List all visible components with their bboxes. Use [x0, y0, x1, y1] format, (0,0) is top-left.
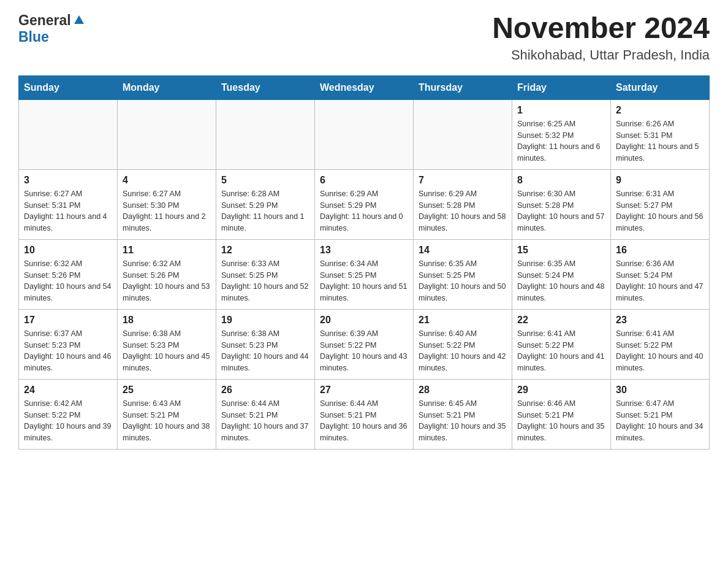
- day-number: 19: [221, 315, 309, 326]
- page-header: General Blue November 2024 Shikohabad, U…: [18, 12, 710, 63]
- day-number: 2: [616, 105, 704, 116]
- calendar-cell: [118, 99, 216, 169]
- calendar-cell: 21Sunrise: 6:40 AM Sunset: 5:22 PM Dayli…: [414, 309, 512, 379]
- calendar-cell: 12Sunrise: 6:33 AM Sunset: 5:25 PM Dayli…: [216, 239, 315, 309]
- calendar-cell: 30Sunrise: 6:47 AM Sunset: 5:21 PM Dayli…: [611, 379, 710, 449]
- day-number: 12: [221, 245, 309, 256]
- calendar-cell: 18Sunrise: 6:38 AM Sunset: 5:23 PM Dayli…: [118, 309, 216, 379]
- sun-info: Sunrise: 6:35 AM Sunset: 5:24 PM Dayligh…: [517, 258, 605, 304]
- day-number: 13: [320, 245, 408, 256]
- header-tuesday: Tuesday: [216, 75, 315, 99]
- logo-general-text: General: [18, 12, 71, 29]
- calendar-cell: 14Sunrise: 6:35 AM Sunset: 5:25 PM Dayli…: [414, 239, 512, 309]
- header-wednesday: Wednesday: [315, 75, 414, 99]
- day-number: 17: [24, 315, 112, 326]
- day-number: 6: [320, 175, 408, 186]
- calendar-cell: 26Sunrise: 6:44 AM Sunset: 5:21 PM Dayli…: [216, 379, 315, 449]
- sun-info: Sunrise: 6:39 AM Sunset: 5:22 PM Dayligh…: [320, 328, 408, 374]
- sun-info: Sunrise: 6:31 AM Sunset: 5:27 PM Dayligh…: [616, 188, 704, 234]
- day-number: 9: [616, 175, 704, 186]
- calendar-cell: 22Sunrise: 6:41 AM Sunset: 5:22 PM Dayli…: [512, 309, 611, 379]
- header-monday: Monday: [118, 75, 216, 99]
- header-thursday: Thursday: [414, 75, 512, 99]
- calendar-cell: 4Sunrise: 6:27 AM Sunset: 5:30 PM Daylig…: [118, 169, 216, 239]
- calendar-cell: 16Sunrise: 6:36 AM Sunset: 5:24 PM Dayli…: [611, 239, 710, 309]
- calendar-cell: [216, 99, 315, 169]
- sun-info: Sunrise: 6:41 AM Sunset: 5:22 PM Dayligh…: [517, 328, 605, 374]
- sun-info: Sunrise: 6:25 AM Sunset: 5:32 PM Dayligh…: [517, 118, 605, 164]
- day-number: 30: [616, 385, 704, 396]
- calendar-cell: 24Sunrise: 6:42 AM Sunset: 5:22 PM Dayli…: [19, 379, 118, 449]
- calendar-cell: 20Sunrise: 6:39 AM Sunset: 5:22 PM Dayli…: [315, 309, 414, 379]
- calendar-cell: 27Sunrise: 6:44 AM Sunset: 5:21 PM Dayli…: [315, 379, 414, 449]
- calendar-cell: 15Sunrise: 6:35 AM Sunset: 5:24 PM Dayli…: [512, 239, 611, 309]
- calendar-cell: [414, 99, 512, 169]
- sun-info: Sunrise: 6:33 AM Sunset: 5:25 PM Dayligh…: [221, 258, 309, 304]
- day-number: 26: [221, 385, 309, 396]
- calendar-table: Sunday Monday Tuesday Wednesday Thursday…: [18, 75, 710, 450]
- sun-info: Sunrise: 6:37 AM Sunset: 5:23 PM Dayligh…: [24, 328, 112, 374]
- calendar-cell: 1Sunrise: 6:25 AM Sunset: 5:32 PM Daylig…: [512, 99, 611, 169]
- calendar-week-row: 1Sunrise: 6:25 AM Sunset: 5:32 PM Daylig…: [19, 99, 710, 169]
- sun-info: Sunrise: 6:42 AM Sunset: 5:22 PM Dayligh…: [24, 398, 112, 444]
- title-block: November 2024 Shikohabad, Uttar Pradesh,…: [492, 12, 710, 63]
- sun-info: Sunrise: 6:29 AM Sunset: 5:28 PM Dayligh…: [419, 188, 507, 234]
- sun-info: Sunrise: 6:46 AM Sunset: 5:21 PM Dayligh…: [517, 398, 605, 444]
- calendar-week-row: 10Sunrise: 6:32 AM Sunset: 5:26 PM Dayli…: [19, 239, 710, 309]
- calendar-cell: 3Sunrise: 6:27 AM Sunset: 5:31 PM Daylig…: [19, 169, 118, 239]
- calendar-cell: 23Sunrise: 6:41 AM Sunset: 5:22 PM Dayli…: [611, 309, 710, 379]
- calendar-cell: 9Sunrise: 6:31 AM Sunset: 5:27 PM Daylig…: [611, 169, 710, 239]
- calendar-week-row: 17Sunrise: 6:37 AM Sunset: 5:23 PM Dayli…: [19, 309, 710, 379]
- sun-info: Sunrise: 6:32 AM Sunset: 5:26 PM Dayligh…: [24, 258, 112, 304]
- calendar-cell: [315, 99, 414, 169]
- day-number: 1: [517, 105, 605, 116]
- sun-info: Sunrise: 6:27 AM Sunset: 5:31 PM Dayligh…: [24, 188, 112, 234]
- calendar-subtitle: Shikohabad, Uttar Pradesh, India: [492, 47, 710, 63]
- sun-info: Sunrise: 6:32 AM Sunset: 5:26 PM Dayligh…: [123, 258, 211, 304]
- day-number: 15: [517, 245, 605, 256]
- weekday-header-row: Sunday Monday Tuesday Wednesday Thursday…: [19, 75, 710, 99]
- sun-info: Sunrise: 6:47 AM Sunset: 5:21 PM Dayligh…: [616, 398, 704, 444]
- sun-info: Sunrise: 6:40 AM Sunset: 5:22 PM Dayligh…: [419, 328, 507, 374]
- header-saturday: Saturday: [611, 75, 710, 99]
- calendar-cell: [19, 99, 118, 169]
- calendar-week-row: 24Sunrise: 6:42 AM Sunset: 5:22 PM Dayli…: [19, 379, 710, 449]
- calendar-cell: 19Sunrise: 6:38 AM Sunset: 5:23 PM Dayli…: [216, 309, 315, 379]
- calendar-cell: 6Sunrise: 6:29 AM Sunset: 5:29 PM Daylig…: [315, 169, 414, 239]
- sun-info: Sunrise: 6:28 AM Sunset: 5:29 PM Dayligh…: [221, 188, 309, 234]
- day-number: 11: [123, 245, 211, 256]
- day-number: 25: [123, 385, 211, 396]
- day-number: 4: [123, 175, 211, 186]
- calendar-cell: 8Sunrise: 6:30 AM Sunset: 5:28 PM Daylig…: [512, 169, 611, 239]
- day-number: 21: [419, 315, 507, 326]
- day-number: 29: [517, 385, 605, 396]
- calendar-cell: 13Sunrise: 6:34 AM Sunset: 5:25 PM Dayli…: [315, 239, 414, 309]
- sun-info: Sunrise: 6:43 AM Sunset: 5:21 PM Dayligh…: [123, 398, 211, 444]
- day-number: 27: [320, 385, 408, 396]
- sun-info: Sunrise: 6:30 AM Sunset: 5:28 PM Dayligh…: [517, 188, 605, 234]
- day-number: 7: [419, 175, 507, 186]
- calendar-cell: 29Sunrise: 6:46 AM Sunset: 5:21 PM Dayli…: [512, 379, 611, 449]
- sun-info: Sunrise: 6:36 AM Sunset: 5:24 PM Dayligh…: [616, 258, 704, 304]
- sun-info: Sunrise: 6:45 AM Sunset: 5:21 PM Dayligh…: [419, 398, 507, 444]
- day-number: 8: [517, 175, 605, 186]
- day-number: 20: [320, 315, 408, 326]
- calendar-week-row: 3Sunrise: 6:27 AM Sunset: 5:31 PM Daylig…: [19, 169, 710, 239]
- sun-info: Sunrise: 6:27 AM Sunset: 5:30 PM Dayligh…: [123, 188, 211, 234]
- logo-triangle-icon: [74, 14, 85, 28]
- calendar-cell: 17Sunrise: 6:37 AM Sunset: 5:23 PM Dayli…: [19, 309, 118, 379]
- day-number: 10: [24, 245, 112, 256]
- header-sunday: Sunday: [19, 75, 118, 99]
- calendar-cell: 25Sunrise: 6:43 AM Sunset: 5:21 PM Dayli…: [118, 379, 216, 449]
- sun-info: Sunrise: 6:34 AM Sunset: 5:25 PM Dayligh…: [320, 258, 408, 304]
- day-number: 3: [24, 175, 112, 186]
- calendar-cell: 10Sunrise: 6:32 AM Sunset: 5:26 PM Dayli…: [19, 239, 118, 309]
- logo-blue-text: Blue: [18, 29, 49, 45]
- calendar-cell: 5Sunrise: 6:28 AM Sunset: 5:29 PM Daylig…: [216, 169, 315, 239]
- day-number: 16: [616, 245, 704, 256]
- day-number: 5: [221, 175, 309, 186]
- day-number: 23: [616, 315, 704, 326]
- header-friday: Friday: [512, 75, 611, 99]
- sun-info: Sunrise: 6:44 AM Sunset: 5:21 PM Dayligh…: [221, 398, 309, 444]
- svg-marker-0: [74, 15, 84, 24]
